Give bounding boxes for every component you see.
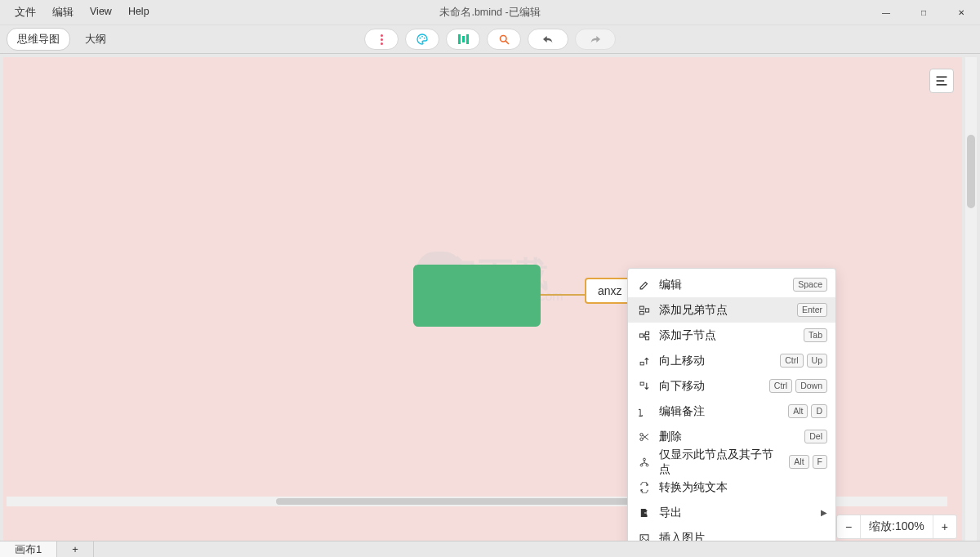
vertical-scrollbar[interactable]	[965, 57, 977, 541]
ctx-child-label: 添加子节点	[659, 328, 795, 343]
svg-rect-8	[639, 306, 644, 310]
child-node-icon	[638, 329, 651, 342]
ctx-delete[interactable]: 删除 Del	[628, 424, 835, 449]
svg-point-18	[644, 458, 646, 461]
mindmap-canvas[interactable]: 安下载 .com anxz − 缩放:100% + 编辑 Space 添加兄弟节…	[3, 57, 962, 541]
ctx-isolate[interactable]: 仅显示此节点及其子节点 AltF	[628, 449, 835, 475]
svg-point-17	[640, 438, 644, 441]
root-node[interactable]	[413, 265, 541, 327]
key-tag: Tab	[804, 328, 827, 342]
ctx-edit-label: 编辑	[659, 278, 785, 292]
image-icon	[638, 532, 651, 541]
canvas-area: 安下载 .com anxz − 缩放:100% + 编辑 Space 添加兄弟节…	[0, 54, 980, 541]
outline-panel-toggle[interactable]	[929, 69, 954, 93]
key-tag: F	[813, 455, 827, 469]
close-button[interactable]: ✕	[942, 0, 980, 25]
svg-point-22	[642, 536, 644, 537]
ctx-move-up[interactable]: 向上移动 CtrlUp	[628, 348, 835, 373]
add-canvas-tab[interactable]: +	[57, 541, 94, 557]
svg-point-1	[421, 36, 423, 38]
svg-point-0	[419, 38, 421, 39]
menu-file[interactable]: 文件	[7, 2, 44, 23]
move-up-icon	[638, 354, 651, 368]
key-tag: Ctrl	[769, 379, 792, 393]
search-icon	[498, 33, 510, 46]
structure-button[interactable]	[446, 29, 480, 50]
svg-line-4	[506, 41, 508, 43]
undo-icon	[541, 33, 555, 45]
toolbar: 思维导图 大纲	[0, 25, 980, 54]
ctx-edit[interactable]: 编辑 Space	[628, 272, 835, 297]
ctx-up-label: 向上移动	[659, 354, 772, 368]
context-menu: 编辑 Space 添加兄弟节点 Enter 添加子节点 Tab 向上移动 Ctr…	[627, 268, 836, 541]
submenu-arrow-icon: ▶	[821, 508, 827, 517]
key-tag: D	[811, 404, 827, 418]
key-tag: Space	[793, 278, 827, 292]
svg-rect-10	[645, 308, 648, 311]
more-options-button[interactable]	[364, 29, 399, 50]
title-bar: 文件 编辑 View Help 未命名.bmind -已编辑 — □ ✕	[0, 0, 980, 25]
focus-node-icon	[638, 456, 651, 469]
ctx-note-label: 编辑备注	[659, 404, 780, 419]
node-connector	[541, 294, 585, 296]
redo-button[interactable]	[575, 29, 616, 50]
key-tag: Up	[807, 354, 827, 368]
key-tag: Del	[804, 430, 827, 443]
menu-help[interactable]: Help	[120, 2, 158, 23]
tab-mindmap[interactable]: 思维导图	[7, 28, 70, 51]
maximize-button[interactable]: □	[905, 0, 942, 25]
svg-point-20	[646, 464, 648, 466]
key-tag: Down	[795, 379, 827, 393]
more-vertical-icon	[381, 34, 383, 45]
export-icon	[638, 506, 651, 519]
ctx-plaintext[interactable]: 转换为纯文本	[628, 475, 835, 500]
ctx-add-sibling[interactable]: 添加兄弟节点 Enter	[628, 297, 835, 323]
sibling-node-icon	[638, 304, 651, 317]
bottom-tab-bar: 画布1 +	[0, 541, 980, 557]
ctx-edit-note[interactable]: 编辑备注 AltD	[628, 399, 835, 424]
ctx-export[interactable]: 导出 ▶	[628, 500, 835, 525]
menu-view[interactable]: View	[82, 2, 120, 23]
ctx-isolate-label: 仅显示此节点及其子节点	[659, 448, 781, 477]
move-down-icon	[638, 380, 651, 393]
svg-rect-12	[645, 332, 648, 335]
tab-outline[interactable]: 大纲	[75, 29, 116, 50]
redo-icon	[589, 33, 602, 45]
undo-button[interactable]	[528, 29, 568, 50]
key-tag: Alt	[788, 404, 808, 418]
svg-rect-14	[640, 362, 644, 365]
ctx-image-label: 插入图片	[659, 531, 827, 541]
svg-rect-15	[640, 382, 644, 385]
zoom-out-button[interactable]: −	[837, 515, 860, 538]
list-icon	[935, 75, 948, 87]
pencil-icon	[638, 278, 651, 292]
svg-rect-13	[645, 336, 648, 340]
theme-button[interactable]	[405, 29, 439, 50]
convert-icon	[638, 481, 651, 494]
note-icon	[638, 405, 651, 418]
key-tag: Enter	[797, 303, 827, 317]
ctx-sibling-label: 添加兄弟节点	[659, 303, 789, 318]
ctx-plain-label: 转换为纯文本	[659, 480, 827, 495]
palette-icon	[416, 33, 429, 46]
search-button[interactable]	[487, 29, 521, 50]
key-tag: Alt	[789, 455, 808, 469]
zoom-control: − 缩放:100% +	[836, 515, 957, 539]
menu-edit[interactable]: 编辑	[44, 2, 82, 23]
ctx-export-label: 导出	[659, 506, 808, 520]
ctx-move-down[interactable]: 向下移动 CtrlDown	[628, 373, 835, 399]
minimize-button[interactable]: —	[867, 0, 905, 25]
canvas-tab-1[interactable]: 画布1	[0, 541, 57, 557]
svg-rect-9	[639, 311, 644, 314]
structure-icon	[458, 34, 469, 44]
zoom-level[interactable]: 缩放:100%	[860, 515, 933, 538]
svg-point-2	[424, 38, 425, 39]
svg-point-19	[640, 464, 643, 466]
ctx-delete-label: 删除	[659, 430, 796, 444]
v-scroll-thumb[interactable]	[967, 135, 975, 208]
ctx-insert-image[interactable]: 插入图片	[628, 525, 835, 541]
ctx-add-child[interactable]: 添加子节点 Tab	[628, 323, 835, 348]
window-title: 未命名.bmind -已编辑	[439, 6, 540, 20]
zoom-in-button[interactable]: +	[933, 515, 956, 538]
view-tabs: 思维导图 大纲	[0, 28, 116, 51]
